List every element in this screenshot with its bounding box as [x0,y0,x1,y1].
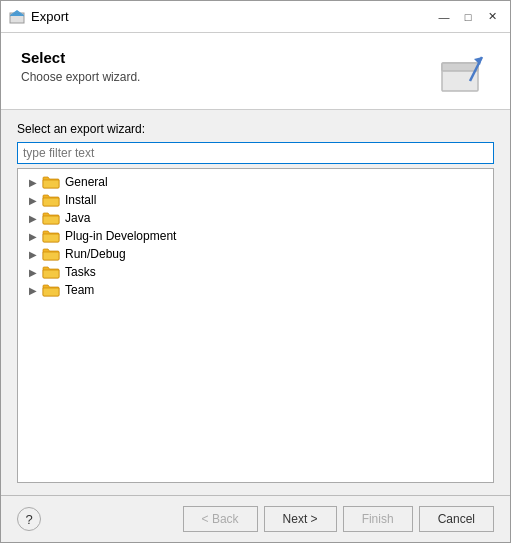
folder-icon [42,193,60,207]
help-label: ? [25,512,32,527]
window-controls: — □ ✕ [434,7,502,27]
folder-icon [42,175,60,189]
title-bar: Export — □ ✕ [1,1,510,33]
tree-item[interactable]: ▶ Java [18,209,493,227]
tree-item-label: Java [65,211,90,225]
header-title: Select [21,49,140,66]
tree-item-label: Tasks [65,265,96,279]
content-section: Select an export wizard: ▶ General ▶ Ins… [1,110,510,495]
tree-arrow: ▶ [26,283,40,297]
folder-icon [42,283,60,297]
export-wizard-icon [438,49,490,97]
header-section: Select Choose export wizard. [1,33,510,110]
tree-item-label: Plug-in Development [65,229,176,243]
back-button[interactable]: < Back [183,506,258,532]
help-button[interactable]: ? [17,507,41,531]
tree-item[interactable]: ▶ Plug-in Development [18,227,493,245]
window-title: Export [31,9,434,24]
tree-arrow: ▶ [26,193,40,207]
close-button[interactable]: ✕ [482,7,502,27]
footer-buttons: < Back Next > Finish Cancel [41,506,494,532]
tree-container: ▶ General ▶ Install ▶ [17,168,494,483]
folder-icon [42,247,60,261]
svg-rect-3 [442,63,478,71]
tree-arrow: ▶ [26,265,40,279]
cancel-button[interactable]: Cancel [419,506,494,532]
header-subtitle: Choose export wizard. [21,70,140,84]
tree-item[interactable]: ▶ General [18,173,493,191]
next-button[interactable]: Next > [264,506,337,532]
tree-arrow: ▶ [26,247,40,261]
tree-item[interactable]: ▶ Team [18,281,493,299]
tree-arrow: ▶ [26,229,40,243]
minimize-button[interactable]: — [434,7,454,27]
header-text: Select Choose export wizard. [21,49,140,84]
folder-icon [42,211,60,225]
filter-input[interactable] [17,142,494,164]
folder-icon [42,265,60,279]
tree-item-label: Run/Debug [65,247,126,261]
tree-arrow: ▶ [26,175,40,189]
section-label: Select an export wizard: [17,122,494,136]
folder-icon [42,229,60,243]
tree-arrow: ▶ [26,211,40,225]
tree-item[interactable]: ▶ Run/Debug [18,245,493,263]
footer-section: ? < Back Next > Finish Cancel [1,495,510,542]
finish-button[interactable]: Finish [343,506,413,532]
tree-item[interactable]: ▶ Install [18,191,493,209]
tree-item-label: Install [65,193,96,207]
tree-item-label: General [65,175,108,189]
export-window: Export — □ ✕ Select Choose export wizard… [0,0,511,543]
tree-item-label: Team [65,283,94,297]
tree-item[interactable]: ▶ Tasks [18,263,493,281]
window-icon [9,9,25,25]
maximize-button[interactable]: □ [458,7,478,27]
